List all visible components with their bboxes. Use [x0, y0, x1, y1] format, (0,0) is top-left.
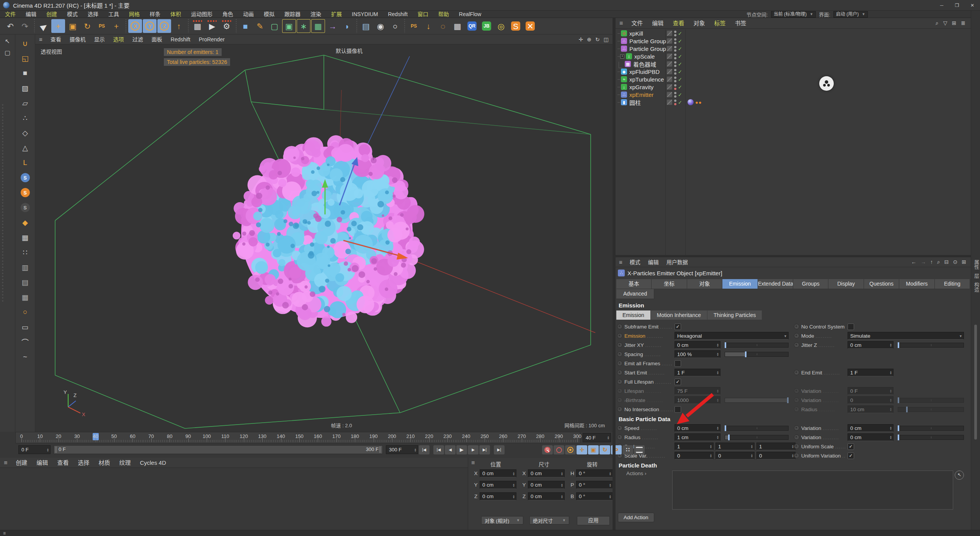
tool-model-mode[interactable]: ■ — [18, 66, 32, 80]
viewport-zoom-icon[interactable]: ⊕ — [587, 36, 591, 42]
panel-icon[interactable]: ⊞ — [952, 20, 957, 26]
tool-ring-tool[interactable]: ○ — [18, 305, 32, 319]
param-field[interactable]: 0 F▲▼ — [848, 387, 893, 395]
coordinates-menu-icon[interactable]: ≡ — [468, 459, 478, 466]
enable-dots[interactable] — [674, 92, 676, 98]
timeline-ruler[interactable]: 0102030405060708090100110120130140150160… — [15, 432, 580, 443]
object-name[interactable]: xpGravity — [629, 84, 653, 90]
range-grip-left[interactable] — [55, 446, 57, 453]
minimize-button[interactable]: ─ — [934, 0, 949, 10]
param-radius[interactable]: Radius.........1 cm▲▼ — [617, 433, 789, 441]
enabled-check-icon[interactable]: ✓ — [678, 61, 682, 67]
menubar-item-help[interactable]: 帮助 — [433, 11, 454, 18]
visibility-toggle[interactable] — [667, 100, 672, 105]
viewport-menu-options[interactable]: 选项 — [109, 36, 128, 43]
stepper-icon[interactable]: ▲▼ — [715, 389, 720, 393]
tab-editing[interactable]: Editing — [935, 279, 970, 289]
transport-goto-start[interactable]: |◀ — [419, 445, 430, 454]
stepper-icon[interactable]: ▲▼ — [889, 398, 893, 402]
param-slider[interactable] — [725, 352, 789, 357]
object-name[interactable]: Particle Group 2 — [629, 38, 671, 44]
menubar-item-extensions[interactable]: 扩展 — [326, 11, 347, 18]
material-menu-icon[interactable]: ≡ — [0, 459, 11, 466]
param-field[interactable]: 1 F▲▼ — [675, 369, 720, 376]
pick-cursor-icon[interactable]: ↖ — [955, 471, 964, 480]
panel-divider[interactable] — [616, 255, 971, 257]
tab-display[interactable]: Display — [828, 279, 864, 289]
menubar-item-insydium[interactable]: INSYDIUM — [347, 11, 383, 18]
enable-dots[interactable] — [674, 38, 676, 44]
tool-hook-b[interactable]: ~ — [18, 350, 32, 364]
enable-dots[interactable] — [674, 69, 676, 75]
tool-snap-grid[interactable]: ▦ — [18, 230, 32, 244]
tool-grid-a[interactable]: ▥ — [18, 260, 32, 274]
attribute-menu-userdata[interactable]: 用户数据 — [663, 259, 692, 266]
keyframe-dot-icon[interactable] — [617, 333, 622, 338]
toolbar-live-selection[interactable]: ▶ — [37, 19, 51, 33]
param-slider[interactable] — [725, 343, 789, 348]
texture-tag-icon[interactable] — [688, 99, 694, 105]
status-menu-icon[interactable]: ≡ — [3, 531, 6, 536]
keyframe-autokey[interactable] — [554, 445, 564, 454]
object-row-xpgravity[interactable]: ↓xpGravity✓ — [616, 83, 971, 91]
material-menu-texture[interactable]: 纹理 — [114, 459, 135, 466]
keyframe-key-position[interactable]: ✛ — [577, 445, 587, 454]
object-manager-menu-icon[interactable]: ≡ — [616, 20, 627, 27]
toolbar-scale[interactable]: ▣ — [66, 19, 80, 33]
param-slider[interactable] — [725, 426, 789, 431]
range-start-field[interactable]: 0 F ▲▼ — [18, 445, 51, 454]
object-name[interactable]: xpScale — [634, 53, 655, 60]
param-speed-variation[interactable]: Variation.........0 cm▲▼ — [794, 424, 964, 432]
menubar-item-tracker[interactable]: 跟踪器 — [279, 11, 305, 18]
param-field-0[interactable]: 1▲▼ — [675, 443, 714, 450]
stepper-icon[interactable]: ▲▼ — [606, 436, 611, 440]
slider-thumb[interactable] — [898, 397, 899, 403]
param-birthrate[interactable]: ›Birthrate.........1000▲▼ — [617, 396, 789, 404]
side-tab-构造[interactable]: 构造 — [971, 282, 980, 292]
side-tab-属性[interactable]: 属性 — [971, 260, 980, 270]
attribute-menu-icon[interactable]: ≡ — [616, 259, 626, 265]
param-jitter-z[interactable]: Jitter Z.........0 cm▲▼ — [794, 341, 964, 349]
toolbar-add-motion[interactable]: → — [326, 19, 340, 33]
toolbar-ps-badge[interactable]: PS — [407, 19, 421, 33]
param-field[interactable]: 0▲▼ — [848, 396, 893, 404]
keyframe-dot-icon[interactable] — [617, 435, 622, 440]
object-row-xpturbulence[interactable]: ≈xpTurbulence✓ — [616, 75, 971, 83]
object-name[interactable]: 圆柱 — [629, 98, 641, 106]
material-menu-cycles4d[interactable]: Cycles 4D — [135, 459, 170, 466]
param-spacing[interactable]: Spacing.........100 %▲▼ — [617, 350, 789, 358]
visibility-toggle[interactable] — [667, 92, 672, 97]
menubar-item-select[interactable]: 选择 — [83, 11, 103, 18]
param-field-1[interactable]: 1▲▼ — [715, 443, 755, 450]
param-field[interactable]: 100 %▲▼ — [675, 350, 720, 358]
checkbox[interactable] — [675, 360, 681, 367]
transport-prev-frame[interactable]: ◀ — [445, 445, 456, 454]
toolbar-jb[interactable]: JB — [480, 19, 493, 33]
menubar-item-volume[interactable]: 体积 — [165, 11, 186, 18]
menubar-item-realflow[interactable]: RealFlow — [454, 11, 486, 18]
toolbar-undo[interactable]: ↶ — [3, 19, 17, 33]
param-lifespan[interactable]: Lifespan.........75 F▲▼ — [617, 387, 789, 395]
stepper-icon[interactable]: ▲▼ — [608, 495, 612, 498]
transport-next-frame[interactable]: ▶ — [468, 445, 479, 454]
menubar-item-mograph[interactable]: 运动图形 — [186, 11, 217, 18]
subtab-motion-inheritance[interactable]: Motion Inheritance — [651, 310, 707, 320]
object-row-xpfluidpbd[interactable]: ◆xpFluidPBD✓ — [616, 68, 971, 75]
object-name[interactable]: Particle Group 1 — [629, 46, 671, 52]
slider-thumb[interactable] — [725, 342, 726, 348]
menubar-item-mode[interactable]: 模式 — [62, 11, 83, 18]
tab-questions[interactable]: Questions — [864, 279, 899, 289]
tab-emission[interactable]: Emission — [722, 279, 758, 289]
object-row-particle-group-1[interactable]: ∴Particle Group 1✓ — [616, 45, 971, 52]
toolbar-lock-x[interactable]: X — [128, 19, 142, 33]
param-slider[interactable] — [898, 426, 964, 431]
stepper-icon[interactable]: ▲▼ — [715, 435, 720, 439]
enabled-check-icon[interactable]: ✓ — [678, 46, 682, 52]
viewport-toggle-views-icon[interactable]: ◫ — [604, 36, 609, 42]
param-field-2[interactable]: 1▲▼ — [756, 443, 795, 450]
stepper-icon[interactable]: ▲▼ — [46, 448, 50, 452]
object-row-xpkill[interactable]: ⊘xpKill✓ — [616, 29, 971, 37]
tool-grid-b[interactable]: ▤ — [18, 275, 32, 289]
stepper-icon[interactable]: ▲▼ — [715, 426, 720, 430]
slider-thumb[interactable] — [728, 435, 730, 440]
